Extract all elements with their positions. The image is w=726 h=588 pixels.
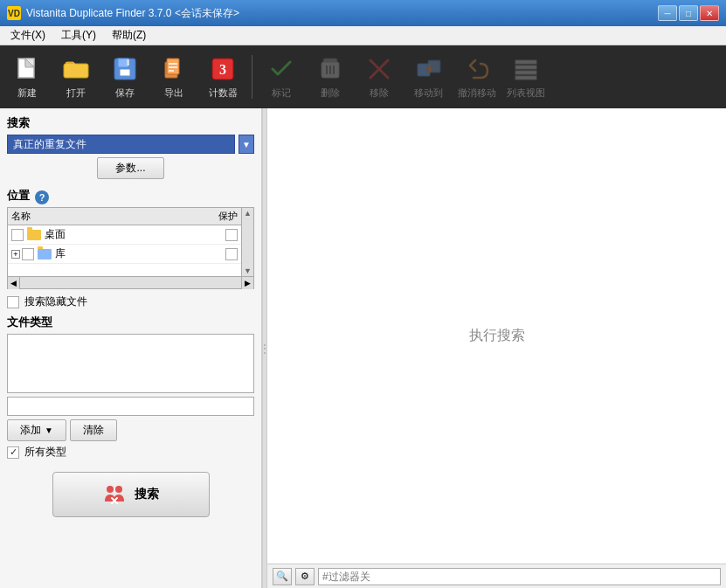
toolbar-undo-label: 撤消移动 <box>458 86 496 100</box>
toolbar-new-label: 新建 <box>17 86 37 100</box>
search-button[interactable]: 搜索 <box>52 472 210 517</box>
location-header: 位置 ? <box>7 188 254 207</box>
toolbar-moveto-button[interactable]: 移动到 <box>404 49 452 105</box>
toolbar-separator-1 <box>252 55 252 99</box>
loc-desktop-checkbox[interactable] <box>11 229 24 241</box>
export-icon <box>160 55 188 83</box>
location-section: 位置 ? 名称 保护 桌面 + <box>7 188 254 289</box>
toolbar-mark-button[interactable]: 标记 <box>258 49 305 105</box>
clear-filetype-button[interactable]: 清除 <box>70 419 117 441</box>
toolbar-export-button[interactable]: 导出 <box>150 49 197 105</box>
all-types-checkbox[interactable]: ✓ <box>7 446 19 459</box>
search-btn-label: 搜索 <box>135 487 159 502</box>
svg-rect-6 <box>127 59 129 66</box>
loc-library-folder-icon <box>38 249 52 259</box>
svg-rect-26 <box>515 76 536 80</box>
menu-tools[interactable]: 工具(Y) <box>54 26 103 45</box>
title-bar-left: VD Vistanita Duplicate Finder 3.7.0 <会话未… <box>7 6 239 21</box>
minimize-button[interactable]: ─ <box>658 5 677 21</box>
params-button[interactable]: 参数... <box>97 157 163 179</box>
maximize-button[interactable]: □ <box>679 5 698 21</box>
right-bottom-bar: 🔍 ⚙ <box>267 564 726 588</box>
file-type-buttons: 添加 ▼ 清除 <box>7 419 254 441</box>
listview-icon <box>512 55 540 83</box>
search-type-dropdown[interactable]: 真正的重复文件 <box>7 135 235 154</box>
search-section: 搜索 真正的重复文件 ▼ 参数... <box>7 115 254 183</box>
main-layout: 搜索 真正的重复文件 ▼ 参数... 位置 ? 名称 保护 <box>0 108 726 588</box>
toolbar-remove-label: 移除 <box>370 86 389 100</box>
dropdown-arrow-button[interactable]: ▼ <box>239 135 254 154</box>
loc-col-name: 名称 <box>11 210 206 223</box>
toolbar-undo-button[interactable]: 撤消移动 <box>453 49 501 105</box>
hidden-files-checkbox[interactable] <box>7 296 19 308</box>
svg-rect-14 <box>323 59 337 62</box>
loc-row-library[interactable]: + 库 <box>8 245 253 264</box>
svg-rect-23 <box>515 60 536 64</box>
title-bar: VD Vistanita Duplicate Finder 3.7.0 <会话未… <box>0 0 726 26</box>
toolbar-group-main: 新建 打开 保存 <box>3 49 246 105</box>
location-hscroll[interactable]: ◀ ▶ <box>7 277 254 289</box>
mark-icon <box>267 55 295 83</box>
file-type-title: 文件类型 <box>7 315 254 330</box>
menu-file[interactable]: 文件(X) <box>3 26 52 45</box>
toolbar-moveto-label: 移动到 <box>414 86 443 100</box>
menu-bar: 文件(X) 工具(Y) 帮助(Z) <box>0 26 726 45</box>
app-icon: VD <box>7 6 21 20</box>
toolbar-counter-button[interactable]: 3 计数器 <box>199 49 246 105</box>
toolbar-save-label: 保存 <box>115 86 135 100</box>
left-panel: 搜索 真正的重复文件 ▼ 参数... 位置 ? 名称 保护 <box>0 108 262 588</box>
location-help-icon[interactable]: ? <box>35 190 49 204</box>
file-type-input[interactable] <box>7 397 254 416</box>
close-button[interactable]: ✕ <box>700 5 719 21</box>
toolbar-group-actions: 标记 删除 移除 <box>258 49 550 105</box>
delete-icon <box>316 55 344 83</box>
toolbar-listview-label: 列表视图 <box>507 86 545 100</box>
svg-rect-5 <box>120 69 130 76</box>
toolbar-new-button[interactable]: 新建 <box>3 49 51 105</box>
toolbar-save-button[interactable]: 保存 <box>101 49 149 105</box>
toolbar-open-button[interactable]: 打开 <box>52 49 100 105</box>
right-content-empty: 执行搜索 <box>267 108 726 564</box>
right-panel: 执行搜索 🔍 ⚙ <box>267 108 726 588</box>
filter-search-icon-btn[interactable]: 🔍 <box>273 568 292 585</box>
loc-library-label: 库 <box>55 246 225 261</box>
title-bar-controls: ─ □ ✕ <box>658 5 719 21</box>
loc-desktop-label: 桌面 <box>45 227 225 242</box>
toolbar: 新建 打开 保存 <box>0 45 726 108</box>
menu-help[interactable]: 帮助(Z) <box>105 26 153 45</box>
counter-icon: 3 <box>209 55 237 83</box>
search-title: 搜索 <box>7 115 254 131</box>
loc-desktop-folder-icon <box>27 230 41 240</box>
hscroll-left-btn[interactable]: ◀ <box>8 277 20 289</box>
add-filetype-button[interactable]: 添加 ▼ <box>7 419 66 441</box>
add-filetype-label: 添加 <box>20 423 41 438</box>
clear-filetype-label: 清除 <box>83 423 104 438</box>
hscroll-right-btn[interactable]: ▶ <box>241 277 253 289</box>
search-btn-icon <box>103 482 128 507</box>
location-table-header: 名称 保护 <box>8 208 253 225</box>
toolbar-delete-button[interactable]: 删除 <box>307 49 354 105</box>
loc-library-checkbox[interactable] <box>22 248 34 260</box>
location-scrollbar[interactable]: ▲ ▼ <box>241 208 253 276</box>
moveto-icon <box>414 55 442 83</box>
hidden-files-row: 搜索隐藏文件 <box>7 294 254 309</box>
hscroll-track[interactable] <box>20 277 241 288</box>
search-btn-area: 搜索 <box>7 472 254 517</box>
window-title: Vistanita Duplicate Finder 3.7.0 <会话未保存> <box>26 6 239 21</box>
toolbar-delete-label: 删除 <box>321 86 340 100</box>
add-filetype-icon: ▼ <box>45 425 53 435</box>
loc-library-expand[interactable]: + <box>11 250 20 259</box>
filter-settings-icon-btn[interactable]: ⚙ <box>295 568 315 585</box>
loc-desktop-protect-check[interactable] <box>225 229 238 241</box>
toolbar-counter-label: 计数器 <box>209 86 238 100</box>
location-title: 位置 <box>7 188 30 204</box>
loc-library-protect-check[interactable] <box>225 248 238 260</box>
all-types-row: ✓ 所有类型 <box>7 445 254 460</box>
file-type-section: 文件类型 添加 ▼ 清除 ✓ 所有类型 <box>7 315 254 460</box>
toolbar-remove-button[interactable]: 移除 <box>356 49 403 105</box>
filter-input[interactable] <box>318 568 721 585</box>
svg-text:3: 3 <box>219 62 226 77</box>
loc-row-desktop[interactable]: 桌面 <box>8 225 253 245</box>
undo-icon <box>463 55 491 83</box>
toolbar-listview-button[interactable]: 列表视图 <box>502 49 550 105</box>
